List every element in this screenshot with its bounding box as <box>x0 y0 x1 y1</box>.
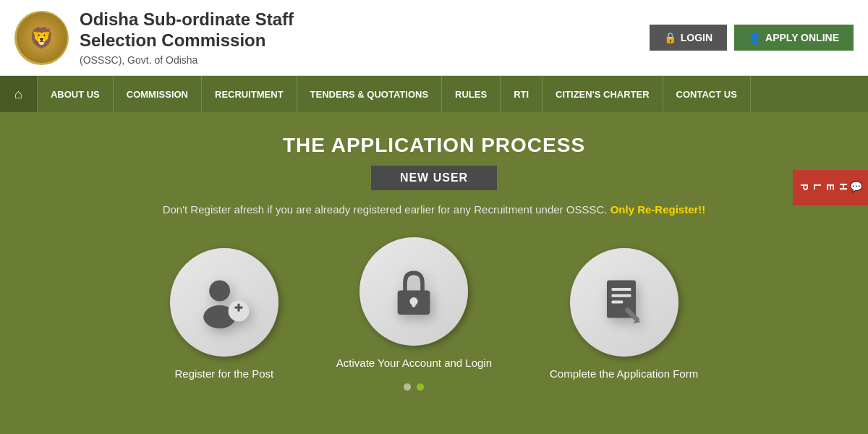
person-add-icon <box>195 273 253 331</box>
apply-online-button[interactable]: 👤 APPLY ONLINE <box>734 25 854 51</box>
org-name: Odisha Sub-ordinate Staff Selection Comm… <box>80 9 294 51</box>
sidebar-item-citizens-charter[interactable]: CITIZEN'S CHARTER <box>542 76 663 112</box>
main-content: THE APPLICATION PROCESS NEW USER Don't R… <box>0 112 868 434</box>
svg-point-0 <box>209 281 230 302</box>
register-icon-circle <box>170 248 278 357</box>
warning-highlight: Only Re-Register!! <box>610 203 706 216</box>
complete-label: Complete the Application Form <box>550 367 698 380</box>
person-add-icon: 👤 <box>749 32 761 43</box>
register-label: Register for the Post <box>174 367 273 380</box>
carousel-dots <box>404 383 424 391</box>
svg-rect-7 <box>412 302 416 307</box>
sidebar-item-rules[interactable]: RULES <box>442 76 501 112</box>
sidebar-item-commission[interactable]: COMMISSION <box>114 76 202 112</box>
sidebar-item-contact-us[interactable]: CONTACT US <box>663 76 751 112</box>
document-edit-icon <box>595 273 653 331</box>
org-subtitle: (OSSSC), Govt. of Odisha <box>80 54 294 66</box>
process-cards: Register for the Post Activate Your Acco… <box>170 237 698 391</box>
lock-icon <box>385 263 443 320</box>
activate-label: Activate Your Account and Login <box>336 357 492 369</box>
dot-1[interactable] <box>404 383 411 391</box>
sidebar-item-tenders[interactable]: TENDERS & QUOTATIONS <box>297 76 442 112</box>
nav-home[interactable]: ⌂ <box>0 76 38 112</box>
header-title-block: Odisha Sub-ordinate Staff Selection Comm… <box>80 9 294 66</box>
sidebar-item-recruitment[interactable]: RECRUITMENT <box>202 76 297 112</box>
warning-text: Don't Register afresh if you are already… <box>163 203 706 216</box>
card-activate: Activate Your Account and Login <box>336 237 492 391</box>
dot-2[interactable] <box>417 383 424 391</box>
lock-icon: 🔒 <box>664 32 676 43</box>
svg-rect-9 <box>611 288 631 291</box>
svg-rect-4 <box>237 304 239 312</box>
header-brand: Odisha Sub-ordinate Staff Selection Comm… <box>14 9 294 66</box>
site-header: Odisha Sub-ordinate Staff Selection Comm… <box>0 0 868 76</box>
activate-icon-circle <box>359 237 468 346</box>
main-navbar: ⌂ ABOUT US COMMISSION RECRUITMENT TENDER… <box>0 76 868 112</box>
help-chat-icon: 💬 <box>851 181 862 195</box>
sidebar-item-rti[interactable]: RTI <box>501 76 542 112</box>
help-tab[interactable]: 💬 H E L P <box>793 170 868 205</box>
new-user-badge: NEW USER <box>371 166 497 190</box>
complete-icon-circle <box>570 248 678 357</box>
sidebar-item-about-us[interactable]: ABOUT US <box>38 76 114 112</box>
organization-logo <box>14 11 69 65</box>
section-title: THE APPLICATION PROCESS <box>283 134 585 157</box>
header-buttons: 🔒 LOGIN 👤 APPLY ONLINE <box>650 25 854 51</box>
svg-rect-11 <box>611 301 623 304</box>
card-complete: Complete the Application Form <box>550 248 698 380</box>
svg-rect-10 <box>611 294 631 297</box>
card-register: Register for the Post <box>170 248 278 380</box>
home-icon: ⌂ <box>14 87 22 102</box>
login-button[interactable]: 🔒 LOGIN <box>650 25 727 51</box>
